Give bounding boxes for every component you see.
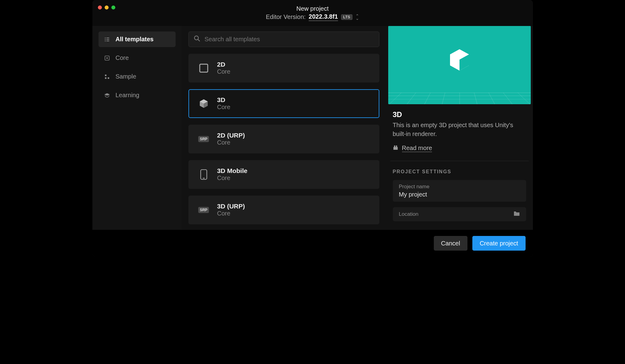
body: All templates Core Sample Learning bbox=[92, 26, 533, 230]
project-name-label: Project name bbox=[399, 184, 476, 190]
svg-point-4 bbox=[105, 41, 105, 41]
svg-rect-9 bbox=[105, 77, 106, 79]
location-label: Location bbox=[399, 211, 419, 217]
version-stepper[interactable]: ⌃ ⌄ bbox=[355, 15, 359, 20]
chevron-down-icon: ⌄ bbox=[355, 17, 359, 20]
read-more-link[interactable]: Read more bbox=[393, 145, 432, 153]
detail-title: 3D bbox=[393, 110, 526, 119]
preview-grid bbox=[388, 93, 531, 104]
lts-badge: LTS bbox=[341, 14, 352, 20]
sidebar-item-learning[interactable]: Learning bbox=[99, 87, 176, 103]
graduation-icon bbox=[104, 92, 110, 98]
svg-rect-8 bbox=[105, 75, 106, 76]
template-title: 2D (URP) bbox=[217, 132, 245, 139]
sidebar-item-all-templates[interactable]: All templates bbox=[99, 31, 176, 47]
template-subtitle: Core bbox=[217, 104, 230, 111]
square-dot-icon bbox=[104, 55, 110, 61]
read-more-label: Read more bbox=[402, 145, 432, 152]
cancel-button[interactable]: Cancel bbox=[434, 236, 467, 251]
sidebar-item-label: All templates bbox=[116, 36, 154, 43]
footer: Cancel Create project bbox=[92, 230, 533, 257]
detail-panel: 3D This is an empty 3D project that uses… bbox=[386, 26, 533, 230]
detail-description: This is an empty 3D project that uses Un… bbox=[393, 121, 526, 138]
grid-dots-icon bbox=[104, 74, 110, 80]
editor-version-value[interactable]: 2022.3.8f1 bbox=[309, 13, 338, 21]
template-card-3d-urp[interactable]: SRP 3D (URP) Core bbox=[188, 196, 379, 224]
new-project-window: New project Editor Version: 2022.3.8f1 L… bbox=[92, 0, 533, 257]
template-text: 2D Core bbox=[217, 61, 230, 75]
editor-version-label: Editor Version: bbox=[266, 13, 306, 20]
template-card-3d[interactable]: 3D Core bbox=[188, 89, 379, 118]
search-input[interactable] bbox=[205, 36, 374, 43]
template-card-2d[interactable]: 2D Core bbox=[188, 54, 379, 83]
cube-icon bbox=[198, 98, 209, 109]
template-title: 2D bbox=[217, 61, 230, 68]
template-list: 2D Core 3D Core SRP 2D (URP) Core bbox=[182, 26, 386, 230]
maximize-window-button[interactable] bbox=[111, 6, 115, 9]
svg-point-7 bbox=[106, 57, 107, 58]
template-card-2d-urp[interactable]: SRP 2D (URP) Core bbox=[188, 125, 379, 153]
template-subtitle: Core bbox=[217, 139, 245, 146]
search-icon bbox=[194, 35, 200, 43]
editor-version-row: Editor Version: 2022.3.8f1 LTS ⌃ ⌄ bbox=[266, 13, 359, 21]
sidebar-item-sample[interactable]: Sample bbox=[99, 69, 176, 84]
titlebar: New project Editor Version: 2022.3.8f1 L… bbox=[92, 0, 533, 26]
divider bbox=[390, 161, 529, 161]
window-controls bbox=[98, 6, 115, 9]
project-settings-header: PROJECT SETTINGS bbox=[386, 169, 533, 175]
book-icon bbox=[393, 145, 398, 152]
template-title: 3D (URP) bbox=[217, 203, 245, 210]
template-text: 3D (URP) Core bbox=[217, 203, 245, 217]
window-title: New project bbox=[296, 5, 329, 12]
list-icon bbox=[104, 36, 110, 42]
sidebar: All templates Core Sample Learning bbox=[92, 26, 182, 230]
svg-line-12 bbox=[198, 39, 200, 41]
preview-cube-icon bbox=[447, 47, 472, 74]
sidebar-item-label: Core bbox=[116, 54, 129, 61]
template-subtitle: Core bbox=[217, 210, 245, 217]
create-project-button[interactable]: Create project bbox=[472, 236, 526, 251]
mobile-icon bbox=[198, 169, 209, 180]
minimize-window-button[interactable] bbox=[105, 6, 109, 9]
sidebar-item-label: Sample bbox=[116, 73, 136, 80]
template-text: 2D (URP) Core bbox=[217, 132, 245, 146]
srp-badge-icon: SRP bbox=[198, 134, 209, 145]
template-title: 3D Mobile bbox=[217, 167, 247, 175]
svg-point-2 bbox=[105, 39, 105, 39]
template-subtitle: Core bbox=[217, 175, 247, 182]
template-text: 3D Mobile Core bbox=[217, 167, 247, 182]
svg-point-11 bbox=[194, 36, 198, 40]
template-preview bbox=[388, 26, 531, 104]
project-name-field[interactable]: Project name bbox=[393, 180, 526, 202]
svg-rect-10 bbox=[108, 77, 109, 79]
search-box[interactable] bbox=[188, 31, 379, 47]
detail-info: 3D This is an empty 3D project that uses… bbox=[386, 110, 533, 153]
location-field[interactable]: Location bbox=[393, 207, 526, 221]
svg-point-0 bbox=[105, 38, 105, 38]
svg-rect-17 bbox=[394, 145, 395, 147]
square-outline-icon bbox=[198, 63, 209, 74]
svg-rect-13 bbox=[200, 64, 208, 72]
svg-rect-18 bbox=[396, 145, 397, 147]
srp-badge-icon: SRP bbox=[198, 204, 209, 215]
folder-icon[interactable] bbox=[513, 211, 520, 218]
sidebar-item-core[interactable]: Core bbox=[99, 50, 176, 66]
svg-rect-16 bbox=[393, 147, 398, 150]
template-title: 3D bbox=[217, 96, 230, 104]
sidebar-item-label: Learning bbox=[116, 92, 140, 99]
close-window-button[interactable] bbox=[98, 6, 102, 9]
template-subtitle: Core bbox=[217, 68, 230, 75]
template-card-3d-mobile[interactable]: 3D Mobile Core bbox=[188, 160, 379, 189]
project-name-input[interactable] bbox=[399, 191, 476, 198]
template-text: 3D Core bbox=[217, 96, 230, 111]
